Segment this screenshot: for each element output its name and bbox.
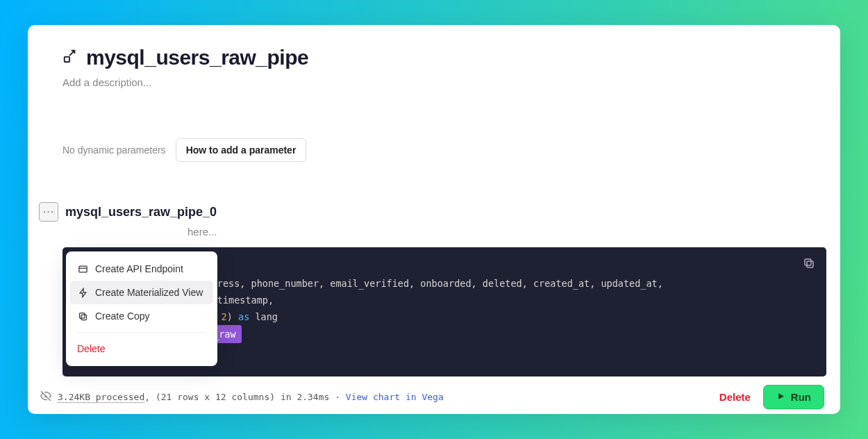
menu-create-api-endpoint[interactable]: Create API Endpoint (70, 257, 213, 281)
main-card: mysql_users_raw_pipe Add a description..… (28, 25, 840, 414)
query-stats: 3.24KB processed, (21 rows x 12 columns)… (40, 390, 444, 404)
more-icon[interactable]: ··· (39, 202, 58, 222)
lightning-icon (77, 287, 88, 298)
menu-item-label: Create API Endpoint (95, 263, 183, 274)
context-menu: Create API Endpoint Create Materialized … (66, 251, 217, 366)
menu-delete[interactable]: Delete (70, 337, 213, 361)
svg-rect-6 (805, 259, 811, 265)
processed-size[interactable]: 3.24KB processed (58, 392, 144, 402)
play-icon (776, 391, 785, 403)
node-title[interactable]: mysql_users_raw_pipe_0 (65, 205, 217, 220)
menu-item-label: Create Materialized View (95, 287, 203, 298)
no-params-text: No dynamic parameters (62, 144, 166, 156)
api-icon (77, 263, 88, 274)
run-button[interactable]: Run (763, 385, 824, 409)
svg-rect-3 (81, 315, 87, 320)
sql-number: 2 (222, 311, 227, 322)
node-description-placeholder[interactable]: here... (187, 226, 806, 238)
description-placeholder[interactable]: Add a description... (62, 76, 806, 88)
menu-separator (77, 332, 206, 333)
view-chart-link[interactable]: View chart in Vega (346, 392, 444, 402)
menu-create-copy[interactable]: Create Copy (70, 304, 213, 328)
separator: · (329, 392, 345, 402)
row-stats: , (21 rows x 12 columns) in 2.34ms (144, 392, 329, 402)
footer-actions: Delete Run (719, 385, 824, 409)
svg-rect-1 (78, 266, 86, 272)
delete-button[interactable]: Delete (719, 391, 751, 403)
run-label: Run (791, 391, 811, 403)
code-text: lang (255, 311, 278, 322)
menu-item-label: Create Copy (95, 310, 150, 322)
title-row: mysql_users_raw_pipe (62, 46, 806, 69)
copy-code-button[interactable] (803, 257, 817, 271)
pipe-icon (62, 49, 78, 67)
page-title[interactable]: mysql_users_raw_pipe (86, 46, 308, 69)
eye-off-icon[interactable] (40, 390, 52, 404)
svg-rect-5 (807, 261, 813, 267)
copy-icon (77, 310, 88, 322)
ellipsis-icon: ··· (43, 206, 54, 217)
sql-keyword: as (233, 311, 256, 322)
menu-item-label: Delete (77, 343, 105, 354)
node-header: ··· mysql_users_raw_pipe_0 (39, 202, 806, 222)
footer: 3.24KB processed, (21 rows x 12 columns)… (40, 385, 824, 409)
how-to-add-parameter-button[interactable]: How to add a parameter (176, 138, 307, 162)
svg-rect-4 (79, 313, 85, 318)
svg-rect-0 (65, 57, 69, 62)
params-row: No dynamic parameters How to add a param… (62, 138, 806, 162)
paren: ) (227, 311, 233, 322)
menu-create-materialized-view[interactable]: Create Materialized View (70, 281, 213, 304)
